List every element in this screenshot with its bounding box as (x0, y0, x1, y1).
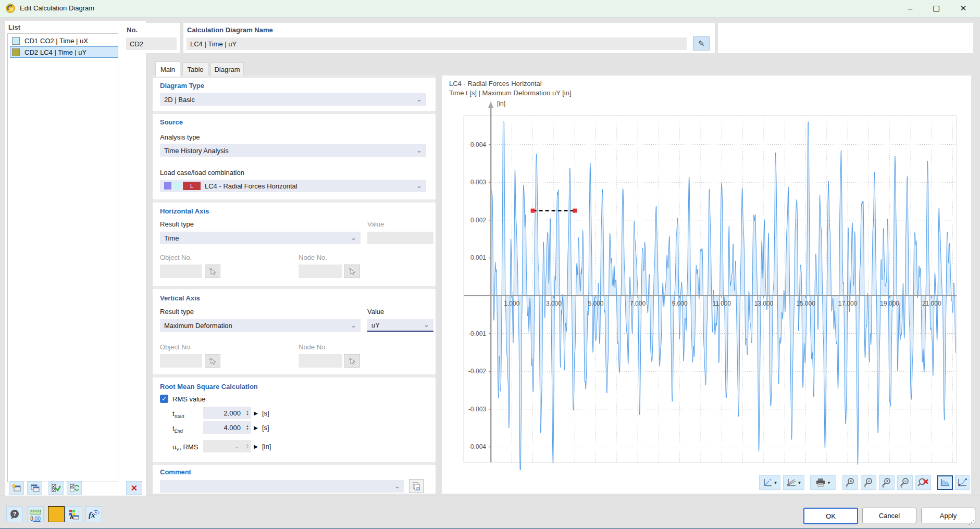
close-button[interactable]: ✕ (951, 0, 975, 17)
axis-settings-button[interactable]: + ▼ (759, 475, 780, 490)
help-button[interactable]: ? (6, 506, 23, 522)
tab-diagram[interactable]: Diagram (210, 62, 244, 76)
checkmark-icon: ✓ (162, 395, 167, 402)
tend-field[interactable]: 4.000 (203, 421, 244, 434)
chevron-down-icon: ⌄ (416, 148, 422, 153)
comment-section: Comment ⌄ (153, 465, 436, 494)
maximize-button[interactable]: ▢ (924, 0, 948, 17)
line-style-button[interactable] (955, 475, 970, 490)
tend-pick-arrow-button[interactable]: ▶ (253, 421, 259, 434)
printer-icon (815, 478, 826, 487)
no-field[interactable]: CD2 (126, 37, 177, 50)
h-value-field (367, 232, 433, 244)
analysis-type-select[interactable]: Time History Analysis ⌄ (160, 144, 426, 157)
tstart-unit: [s] (262, 409, 269, 417)
vertical-axis-section: Vertical Axis Result type Value Maximum … (153, 289, 436, 374)
delete-diagram-button[interactable]: ✕ (126, 481, 142, 495)
list-item[interactable]: CD1 CO2 | Time | uX (10, 35, 118, 46)
list-item-name: CO2 | Time | uX (40, 37, 88, 45)
line-chart-icon (957, 478, 967, 487)
h-object-pick-button[interactable] (205, 264, 220, 278)
tstart-spinner[interactable]: ▲▼ (244, 407, 251, 419)
zoom-reset-icon (917, 477, 929, 488)
diagram-type-value: 2D | Basic (164, 96, 195, 104)
svg-text:A: A (70, 514, 73, 520)
vertical-axis-caption: Vertical Axis (160, 294, 200, 302)
uy-rms-field: ⌄ (203, 440, 244, 452)
uy-rms-spinner: ▲▼ (244, 440, 251, 452)
background-color-button[interactable] (48, 506, 65, 522)
zoom-out-x-button[interactable]: x (861, 475, 876, 490)
list-item-selected[interactable]: CD2 LC4 | Time | uY (10, 47, 118, 57)
zoom-out-y-button[interactable]: y (897, 475, 913, 490)
zoom-in-y-button[interactable]: y (879, 475, 895, 490)
svg-text:0.002: 0.002 (470, 217, 486, 224)
source-caption: Source (160, 118, 183, 126)
h-node-no-field (299, 264, 342, 278)
select-all-button[interactable] (48, 481, 64, 495)
comment-caption: Comment (160, 468, 191, 476)
tab-main[interactable]: Main (155, 61, 180, 77)
horizontal-axis-caption: Horizontal Axis (160, 207, 209, 215)
v-result-type-value: Maximum Deformation (164, 322, 232, 330)
formula-button[interactable]: fx (85, 506, 102, 522)
units-settings-button[interactable]: 0,00 (27, 506, 44, 522)
chart-panel: LC4 - Radial Forces Horizontal Time t [s… (442, 75, 971, 494)
main-tab-panel: Diagram Type 2D | Basic ⌄ Source Analysi… (153, 75, 436, 494)
new-diagram-button[interactable] (9, 481, 24, 495)
tstart-field[interactable]: 2.000 (203, 407, 244, 419)
svg-text:x: x (864, 484, 866, 488)
tab-table[interactable]: Table (182, 62, 208, 76)
diagram-type-select[interactable]: 2D | Basic ⌄ (160, 93, 426, 106)
no-caption: No. (127, 26, 138, 34)
svg-text:x: x (846, 484, 848, 488)
rename-button[interactable]: ✎ (693, 36, 710, 51)
cancel-button[interactable]: Cancel (862, 508, 916, 523)
curve-settings-button[interactable]: ▼ (783, 475, 804, 490)
uy-rms-pick-arrow-button[interactable]: ▶ (253, 440, 259, 452)
comment-input[interactable]: ⌄ (160, 480, 404, 493)
load-case-select[interactable]: L LC4 - Radial Forces Horizontal ⌄ (160, 180, 426, 192)
h-result-type-select[interactable]: Time ⌄ (160, 232, 361, 244)
name-caption: Calculation Diagram Name (187, 26, 273, 34)
zoom-reset-button[interactable] (915, 475, 931, 490)
display-properties-button[interactable]: A (66, 506, 82, 522)
tend-spinner[interactable]: ▲▼ (244, 421, 251, 434)
v-value-select[interactable]: uY ⌄ (367, 319, 433, 332)
minimize-button[interactable]: – (898, 0, 922, 17)
rms-section: Root Mean Square Calculation ✓ RMS value… (153, 377, 436, 462)
zoom-in-x-button[interactable]: x (842, 475, 858, 490)
copy-diagram-button[interactable] (27, 481, 42, 495)
rms-caption: Root Mean Square Calculation (160, 383, 258, 391)
tend-label: tEnd (172, 424, 183, 434)
list-item-id: CD2 (24, 48, 40, 56)
apply-button[interactable]: Apply (921, 508, 975, 523)
resize-grip[interactable]: ⋰ (968, 519, 974, 526)
load-case-label: Load case/load combination (160, 169, 244, 177)
h-node-pick-button[interactable] (344, 264, 360, 278)
window-title: Edit Calculation Diagram (20, 4, 94, 12)
diagram-type-section: Diagram Type 2D | Basic ⌄ (153, 78, 436, 111)
h-result-type-value: Time (164, 234, 179, 242)
tstart-pick-arrow-button[interactable]: ▶ (253, 407, 259, 419)
svg-text:y: y (900, 484, 902, 488)
h-object-no-label: Object No. (160, 254, 192, 261)
horizontal-axis-section: Horizontal Axis Result type Value Time ⌄… (153, 203, 436, 286)
ok-button[interactable]: OK (803, 508, 858, 524)
v-node-pick-button[interactable] (344, 354, 360, 368)
chevron-down-icon: ⌄ (351, 323, 356, 328)
time-history-chart: [in]0.0040.0030.0020.001-0.001-0.002-0.0… (442, 75, 971, 494)
list-item-color-swatch (12, 37, 20, 45)
comment-copy-button[interactable] (409, 479, 424, 493)
svg-text:[in]: [in] (497, 100, 505, 107)
name-field[interactable]: LC4 | Time | uY (187, 37, 687, 50)
rms-value-checkbox[interactable]: ✓ (160, 395, 168, 403)
v-object-pick-button[interactable] (205, 354, 220, 368)
list-item-id: CD1 (24, 37, 40, 45)
v-result-type-select[interactable]: Maximum Deformation ⌄ (160, 319, 361, 332)
area-style-button[interactable] (937, 475, 953, 490)
invert-selection-button[interactable] (67, 481, 82, 495)
v-result-type-label: Result type (160, 308, 194, 316)
print-button[interactable]: ▼ (810, 475, 836, 490)
list-panel: List CD1 CO2 | Time | uX CD2 LC4 | Time … (5, 21, 146, 496)
